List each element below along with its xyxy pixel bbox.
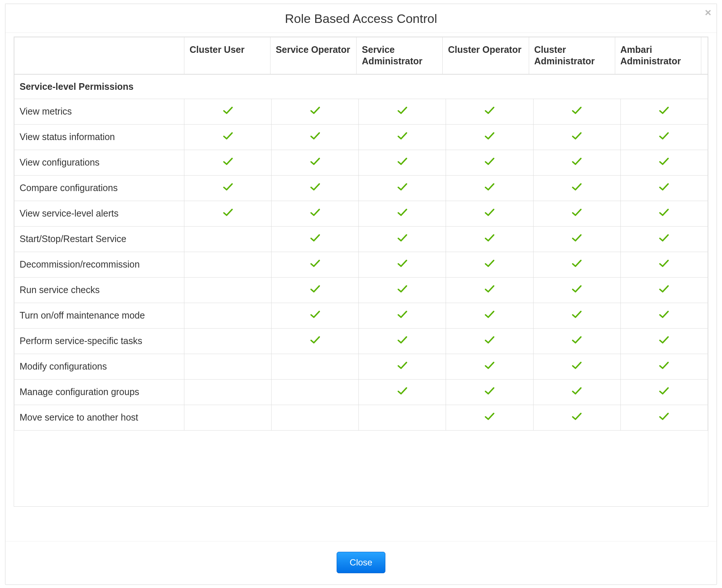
check-icon <box>484 182 495 192</box>
check-icon <box>222 208 234 217</box>
check-icon <box>571 284 582 294</box>
check-icon <box>571 335 582 345</box>
permission-grant-cell <box>359 150 446 175</box>
check-icon <box>222 106 234 115</box>
permission-grant-cell <box>620 226 708 252</box>
permission-grant-cell <box>620 252 708 277</box>
modal-header: Role Based Access Control × <box>6 4 716 33</box>
permission-grant-cell <box>272 99 359 124</box>
permission-row: Modify configurations <box>14 354 708 379</box>
check-icon <box>658 310 670 319</box>
permission-name: Turn on/off maintenance mode <box>14 303 184 328</box>
check-icon <box>484 361 495 370</box>
permission-grant-cell <box>446 328 533 354</box>
permission-grant-cell <box>272 175 359 201</box>
permission-grant-cell <box>359 328 446 354</box>
permission-grant-cell <box>184 99 272 124</box>
check-icon <box>658 233 670 243</box>
header-role-1: Service Operator <box>270 37 357 74</box>
check-icon <box>571 361 582 370</box>
check-icon <box>484 386 495 396</box>
header-role-2: Service Administrator <box>357 37 443 74</box>
permission-grant-cell <box>446 99 533 124</box>
permissions-table-container: Cluster User Service Operator Service Ad… <box>14 37 708 507</box>
permission-grant-cell <box>533 175 620 201</box>
permission-grant-cell <box>272 379 359 405</box>
check-icon <box>658 284 670 294</box>
check-icon <box>310 259 321 268</box>
check-icon <box>397 131 408 141</box>
check-icon <box>397 284 408 294</box>
permission-grant-cell <box>359 405 446 430</box>
permission-grant-cell <box>446 354 533 379</box>
permission-row: Run service checks <box>14 277 708 303</box>
check-icon <box>571 182 582 192</box>
permission-grant-cell <box>620 328 708 354</box>
permission-grant-cell <box>359 303 446 328</box>
check-icon <box>658 412 670 421</box>
permission-grant-cell <box>359 354 446 379</box>
check-icon <box>310 208 321 217</box>
check-icon <box>397 361 408 370</box>
permission-grant-cell <box>359 252 446 277</box>
permission-grant-cell <box>184 124 272 150</box>
permission-grant-cell <box>184 175 272 201</box>
permission-grant-cell <box>446 405 533 430</box>
close-icon[interactable]: × <box>705 7 711 18</box>
permission-grant-cell <box>620 405 708 430</box>
permission-grant-cell <box>184 405 272 430</box>
permission-grant-cell <box>359 379 446 405</box>
header-scroll-spacer <box>701 37 708 74</box>
permission-name: View status information <box>14 124 184 150</box>
permission-row: Move service to another host <box>14 405 708 430</box>
check-icon <box>658 157 670 166</box>
check-icon <box>397 106 408 115</box>
permission-grant-cell <box>184 303 272 328</box>
section-label: Service-level Permissions <box>14 74 708 99</box>
close-button[interactable]: Close <box>337 552 385 573</box>
permission-row: Decommission/recommission <box>14 252 708 277</box>
permission-name: View configurations <box>14 150 184 175</box>
check-icon <box>571 208 582 217</box>
permission-grant-cell <box>533 201 620 226</box>
permission-name: Run service checks <box>14 277 184 303</box>
permission-grant-cell <box>184 354 272 379</box>
check-icon <box>397 310 408 319</box>
permission-grant-cell <box>272 201 359 226</box>
rbac-modal: Role Based Access Control × Cluster User… <box>5 4 717 585</box>
permission-name: Manage configuration groups <box>14 379 184 405</box>
permission-row: Manage configuration groups <box>14 379 708 405</box>
check-icon <box>310 106 321 115</box>
check-icon <box>658 106 670 115</box>
permissions-scroll-area[interactable]: Service-level PermissionsView metricsVie… <box>14 74 708 507</box>
check-icon <box>222 157 234 166</box>
header-role-5: Ambari Administrator <box>615 37 701 74</box>
header-role-4: Cluster Administrator <box>529 37 615 74</box>
permission-row: View status information <box>14 124 708 150</box>
check-icon <box>484 259 495 268</box>
permission-grant-cell <box>446 124 533 150</box>
permission-grant-cell <box>620 379 708 405</box>
check-icon <box>397 233 408 243</box>
permission-name: Start/Stop/Restart Service <box>14 226 184 252</box>
check-icon <box>571 233 582 243</box>
check-icon <box>310 233 321 243</box>
permission-grant-cell <box>533 303 620 328</box>
check-icon <box>310 182 321 192</box>
permission-grant-cell <box>272 328 359 354</box>
permission-grant-cell <box>272 405 359 430</box>
permission-grant-cell <box>446 277 533 303</box>
permission-grant-cell <box>446 303 533 328</box>
permission-grant-cell <box>533 277 620 303</box>
check-icon <box>484 310 495 319</box>
check-icon <box>484 335 495 345</box>
modal-body: Cluster User Service Operator Service Ad… <box>6 37 716 541</box>
check-icon <box>222 182 234 192</box>
check-icon <box>397 259 408 268</box>
permission-grant-cell <box>620 150 708 175</box>
check-icon <box>484 208 495 217</box>
permission-grant-cell <box>446 379 533 405</box>
permission-name: View service-level alerts <box>14 201 184 226</box>
check-icon <box>571 259 582 268</box>
permission-grant-cell <box>359 124 446 150</box>
